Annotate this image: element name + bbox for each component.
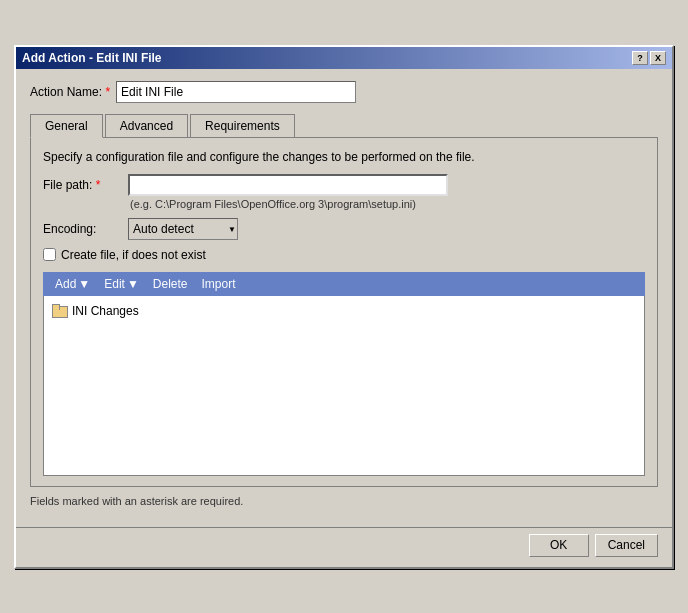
folder-icon [52,304,68,318]
edit-button[interactable]: Edit ▼ [98,275,145,293]
ok-button[interactable]: OK [529,534,589,557]
create-file-checkbox[interactable] [43,248,56,261]
tabs: General Advanced Requirements [30,113,658,137]
dialog-footer: OK Cancel [16,527,672,567]
import-button[interactable]: Import [196,275,242,293]
tab-advanced[interactable]: Advanced [105,114,188,138]
help-button[interactable]: ? [632,51,648,65]
required-marker: * [105,85,110,99]
edit-dropdown-arrow: ▼ [127,277,139,291]
dialog-body: Action Name: * General Advanced Requirem… [16,69,672,527]
cancel-button[interactable]: Cancel [595,534,658,557]
dialog-title: Add Action - Edit INI File [22,51,162,65]
title-bar-buttons: ? X [632,51,666,65]
encoding-row: Encoding: Auto detect UTF-8 UTF-16 ISO-8… [43,218,645,240]
footer-note: Fields marked with an asterisk are requi… [30,495,658,507]
file-path-hint: (e.g. C:\Program Files\OpenOffice.org 3\… [130,198,645,210]
encoding-select[interactable]: Auto detect UTF-8 UTF-16 ISO-8859-1 [128,218,238,240]
dialog: Add Action - Edit INI File ? X Action Na… [14,45,674,569]
tab-general[interactable]: General [30,114,103,138]
tab-requirements[interactable]: Requirements [190,114,295,138]
tree-item[interactable]: INI Changes [52,302,636,320]
panel-description: Specify a configuration file and configu… [43,150,645,164]
encoding-select-wrapper: Auto detect UTF-8 UTF-16 ISO-8859-1 ▼ [128,218,238,240]
changes-section: Add ▼ Edit ▼ Delete Import [43,272,645,476]
action-name-row: Action Name: * [30,81,658,103]
action-name-input[interactable] [116,81,356,103]
tree-item-label: INI Changes [72,304,139,318]
delete-button[interactable]: Delete [147,275,194,293]
checkbox-row: Create file, if does not exist [43,248,645,262]
file-path-row: File path: * [43,174,645,196]
create-file-label[interactable]: Create file, if does not exist [61,248,206,262]
add-button[interactable]: Add ▼ [49,275,96,293]
tab-panel-general: Specify a configuration file and configu… [30,137,658,487]
action-name-label: Action Name: * [30,85,110,99]
add-dropdown-arrow: ▼ [78,277,90,291]
changes-toolbar: Add ▼ Edit ▼ Delete Import [43,272,645,296]
title-bar: Add Action - Edit INI File ? X [16,47,672,69]
file-path-label: File path: * [43,178,128,192]
encoding-label: Encoding: [43,222,128,236]
tree-area: INI Changes [43,296,645,476]
file-path-input[interactable] [128,174,448,196]
close-button[interactable]: X [650,51,666,65]
